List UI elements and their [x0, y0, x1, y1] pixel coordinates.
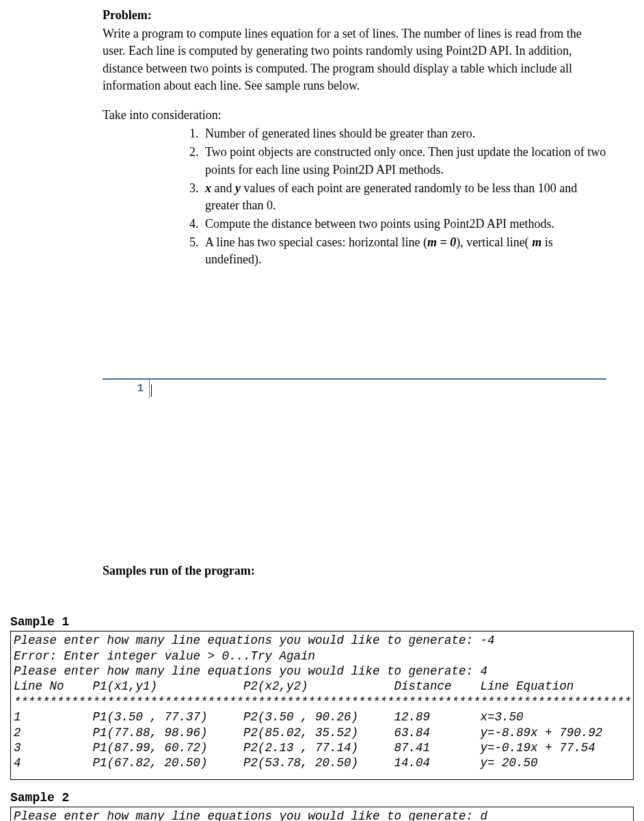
problem-heading: Problem: [103, 7, 606, 24]
list-item: x and y values of each point are generat… [202, 180, 606, 214]
sample2-output: Please enter how many line equations you… [10, 807, 634, 821]
code-pane[interactable] [149, 378, 606, 398]
variable-y: y [235, 181, 241, 195]
problem-body: Write a program to compute lines equatio… [103, 25, 606, 94]
variable-x: x [205, 181, 211, 195]
line-number-gutter: 1 [103, 378, 149, 396]
list-text: and [211, 181, 235, 195]
list-item: Two point objects are constructed only o… [202, 144, 606, 178]
code-editor: 1 [103, 378, 606, 398]
line-number: 1 [137, 382, 144, 395]
variable-m: m [532, 235, 541, 249]
samples-heading: Samples run of the program: [103, 562, 606, 579]
list-text: values of each point are generated rando… [205, 181, 577, 212]
list-text: ), vertical line( [456, 235, 532, 249]
sample1-label: Sample 1 [10, 614, 634, 631]
sample2-label: Sample 2 [10, 790, 634, 807]
text-cursor [151, 385, 152, 397]
list-item: Number of generated lines should be grea… [202, 125, 606, 142]
list-item: Compute the distance between two points … [202, 216, 606, 233]
equation-m0: m = 0 [427, 235, 456, 249]
list-text: A line has two special cases: horizontal… [205, 235, 427, 249]
consideration-list: Number of generated lines should be grea… [103, 125, 606, 269]
list-item: A line has two special cases: horizontal… [202, 234, 606, 268]
sample1-output: Please enter how many line equations you… [10, 631, 634, 780]
consideration-label: Take into consideration: [103, 107, 606, 124]
